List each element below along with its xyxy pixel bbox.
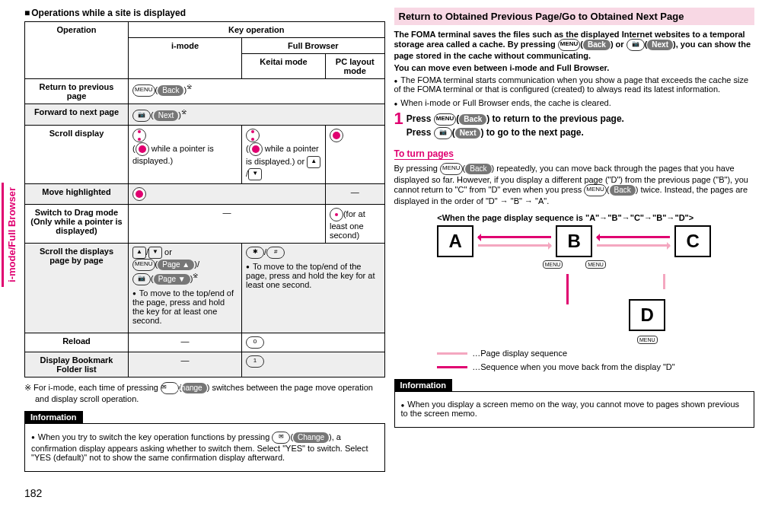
back-btn-icon: Back [583,40,611,50]
step-back: Press MENU(Back) to return to the previo… [407,113,624,126]
diagram-title: <When the page display sequence is "A"→"… [437,213,711,222]
menu-key-icon: MENU [434,113,457,126]
th-keitai: Keitai mode [242,54,326,79]
legend1-text: …Page display sequence [472,349,567,358]
left-column: Operations while a site is displayed Ope… [24,8,385,499]
nav-full-icon [249,142,263,156]
nav-full-icon [330,129,343,142]
star-key-icon: ✱ [246,247,264,259]
r6-op: Scroll the displays page by page [25,243,129,333]
right-bullets: The FOMA terminal starts communication w… [394,75,755,107]
menu-key-icon: MENU [558,39,581,51]
r6-full-note: To move to the top/end of the page, pres… [246,262,380,289]
right-title: Return to Obtained Previous Page/Go to O… [394,8,755,25]
right-intro2: You can move even between i-mode and Ful… [394,63,755,72]
r6-full: ✱/# To move to the top/end of the page, … [242,243,384,333]
r2-key: 📷(Next)※ [129,104,385,126]
r3-imode: ( while a pointer is displayed.) [129,125,242,183]
diagram: <When the page display sequence is "A"→"… [437,213,711,371]
step-number-1: 1 [394,112,403,141]
camera-key-icon: 📷 [626,39,645,51]
right-b1: The FOMA terminal starts communication w… [394,75,755,94]
r6-imode: ▲/▼ or MENU(Page ▲)/ 📷(Page ▼)※ To move … [129,243,242,333]
back-btn-icon: Back [158,85,183,96]
menu-label-icon: MENU [637,336,658,344]
pink-legend-icon [437,352,467,355]
box-c: C [674,225,711,257]
th-imode: i-mode [129,38,242,79]
r4-pc: — [325,183,384,204]
next-btn-icon: Next [647,40,673,50]
up-key-icon: ▲ [132,247,146,259]
change-btn-icon: Change [182,383,207,393]
th-operation: Operation [25,22,129,79]
th-key: Key operation [129,22,385,38]
zero-key-icon: 0 [246,336,264,349]
box-a: A [437,225,473,257]
r3-pc [325,125,384,183]
r3-keitai: ( while a pointer is displayed.) or ▲/▼ [242,125,326,183]
nav-full-icon [136,142,149,156]
page-up-btn-icon: Page ▲ [158,260,194,270]
camera-key-icon: 📷 [132,110,151,122]
r6-imode-note: To move to the top/end of the page, pres… [132,288,238,325]
menu-label-icon: MENU [543,260,563,269]
right-column: Return to Obtained Previous Page/Go to O… [394,8,755,499]
legend-2: …Sequence when you move back from the di… [437,362,711,371]
back-btn-icon: Back [459,114,486,125]
nav-full-icon [132,187,146,201]
up-key-icon: ▲ [307,156,320,168]
r5-left: — [129,204,326,243]
back-btn-icon: Back [465,164,491,174]
r5-pc: (for at least one second) [325,204,384,243]
r4-op: Move highlighted [25,183,129,204]
r5-op: Switch to Drag mode (Only while a pointe… [25,204,129,243]
th-pc: PC layout mode [325,54,384,79]
operations-table: Operation Key operation i-mode Full Brow… [24,21,385,377]
info-title-left: Information [24,411,83,423]
th-full: Full Browser [242,38,384,54]
r8-full: 1 [242,352,384,377]
r4-left [129,183,326,204]
camera-key-icon: 📷 [132,273,151,285]
r7-full: 0 [242,333,384,352]
next-btn-icon: Next [455,128,481,139]
side-tab: i-mode/Full Browser [2,183,20,287]
page-down-btn-icon: Page ▼ [154,274,190,285]
turn-pages-title: To turn pages [394,148,454,160]
nav-updown-icon [132,129,146,142]
r8-op: Display Bookmark Folder list [25,352,129,377]
info-title-right: Information [394,379,453,391]
menu-key-icon: MENU [132,84,155,97]
menu-key-icon: MENU [440,163,463,175]
r8-imode: — [129,352,242,377]
r7-imode: — [129,333,242,352]
back-btn-icon: Back [610,185,636,196]
down-key-icon: ▼ [248,168,262,180]
one-key-icon: 1 [246,355,264,368]
change-btn-icon: Change [293,432,329,443]
nav-updown-icon [246,129,260,142]
hash-key-icon: # [266,247,285,259]
legend-1: …Page display sequence [437,349,711,358]
menu-label-icon: MENU [585,260,606,269]
r1-key: MENU(Back)※ [129,79,385,104]
right-intro1: The FOMA terminal saves the files such a… [394,30,755,60]
info-text-left: When you try to switch the key operation… [31,432,378,462]
mail-key-icon: ✉ [272,432,290,444]
next-btn-icon: Next [154,110,179,121]
menu-key-icon: MENU [584,184,607,196]
turn-body: By pressing MENU(Back) repeatedly, you c… [394,163,755,205]
info-box-right: When you display a screen memo on the wa… [394,391,755,428]
left-footnote: ※ For i-mode, each time of pressing ✉(Ch… [24,382,385,403]
left-title: Operations while a site is displayed [24,8,385,18]
r2-op: Forward to next page [25,104,129,126]
down-key-icon: ▼ [148,247,162,259]
legend2-text: …Sequence when you move back from the di… [472,362,674,371]
red-legend-icon [437,366,467,368]
nav-center-icon [330,208,343,221]
page-columns: Operations while a site is displayed Ope… [8,8,754,499]
right-b2: When i-mode or Full Browser ends, the ca… [394,98,755,107]
r3-op: Scroll display [25,125,129,183]
r7-op: Reload [25,333,129,352]
